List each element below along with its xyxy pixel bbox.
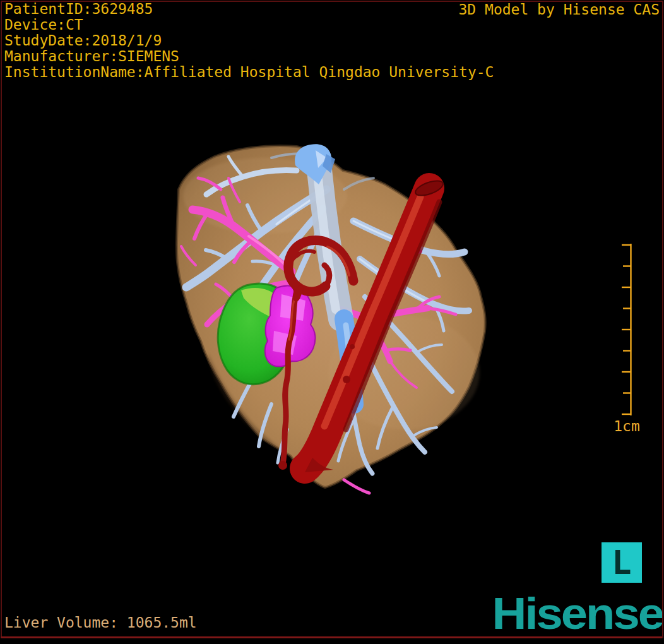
patient-info-overlay: PatientID:3629485 Device:CT StudyDate:20… [4,1,494,80]
study-date-line: StudyDate:2018/1/9 [4,33,494,49]
orientation-marker-left: L [602,542,642,583]
liver-volume-readout: Liver Volume: 1065.5ml [4,614,197,631]
scale-ruler-label: 1cm [608,418,645,434]
3d-model-viewport[interactable] [0,0,664,644]
ruler-ticks [622,244,631,415]
scale-ruler [619,240,644,429]
liver-3d-model [0,0,664,644]
patient-id-line: PatientID:3629485 [4,1,494,17]
viewer-title: 3D Model by Hisense CAS [459,2,660,18]
hisense-logo: Hisense [492,591,663,636]
device-line: Device:CT [4,17,494,33]
institution-line: InstitutionName:Affiliated Hospital Qing… [4,64,494,80]
window-frame-bottom-edge [1,636,662,638]
orientation-letter: L [612,544,631,581]
manufacturer-line: Manufacturer:SIEMENS [4,49,494,64]
